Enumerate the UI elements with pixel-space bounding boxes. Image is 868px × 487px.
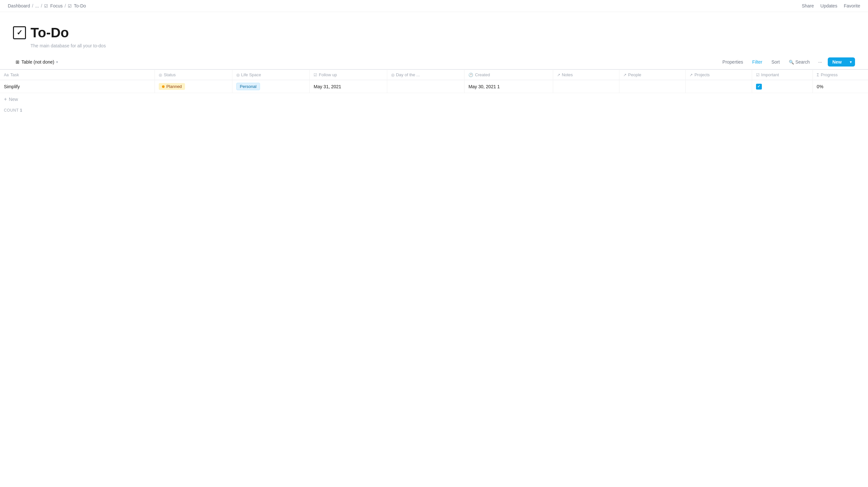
col-header-projects[interactable]: ↗ Projects bbox=[686, 70, 752, 80]
add-new-cell[interactable]: + New bbox=[0, 93, 155, 105]
important-checkbox[interactable]: ✓ bbox=[756, 84, 762, 90]
col-header-progress[interactable]: Σ Progress bbox=[813, 70, 868, 80]
followup-col-label: Follow up bbox=[319, 72, 337, 77]
breadcrumb-focus[interactable]: ☑ Focus bbox=[44, 3, 63, 8]
day-col-icon: ◎ bbox=[391, 73, 394, 77]
progress-value: 0% bbox=[817, 84, 823, 89]
lifespace-cell[interactable]: Personal bbox=[232, 80, 309, 93]
lifespace-col-icon: ◎ bbox=[236, 73, 240, 77]
count-label: COUNT bbox=[4, 108, 19, 112]
projects-col-icon: ↗ bbox=[689, 73, 693, 77]
col-header-day[interactable]: ◎ Day of the ... bbox=[387, 70, 464, 80]
important-cell[interactable]: ✓ bbox=[752, 80, 812, 93]
people-col-label: People bbox=[628, 72, 641, 77]
count-value: 1 bbox=[20, 108, 22, 112]
search-button[interactable]: 🔍 Search bbox=[786, 58, 812, 66]
breadcrumb: Dashboard / ... / ☑ Focus / ☑ To-Do Shar… bbox=[0, 0, 868, 12]
new-button[interactable]: New ▾ bbox=[828, 58, 855, 66]
created-cell[interactable]: May 30, 2021 1 bbox=[465, 80, 553, 93]
page-subtitle: The main database for all your to-dos bbox=[13, 43, 855, 48]
status-col-icon: ◎ bbox=[159, 73, 162, 77]
chevron-down-icon: ▾ bbox=[56, 60, 58, 64]
todo-table: Aa Task ◎ Status ◎ Life Space bbox=[0, 69, 868, 105]
page-title: To-Do bbox=[31, 25, 69, 40]
notes-cell[interactable] bbox=[553, 80, 619, 93]
followup-col-icon: ☑ bbox=[314, 73, 317, 77]
sep3: / bbox=[65, 3, 66, 8]
col-header-followup[interactable]: ☑ Follow up bbox=[310, 70, 387, 80]
important-col-icon: ☑ bbox=[756, 73, 760, 77]
task-col-icon: Aa bbox=[4, 73, 9, 77]
table-view-button[interactable]: ⊞ Table (not done) ▾ bbox=[13, 58, 61, 66]
status-col-label: Status bbox=[164, 72, 176, 77]
lifespace-col-label: Life Space bbox=[241, 72, 261, 77]
add-row-label: New bbox=[9, 97, 18, 102]
people-col-icon: ↗ bbox=[623, 73, 626, 77]
progress-col-icon: Σ bbox=[817, 73, 819, 77]
progress-col-label: Progress bbox=[821, 72, 838, 77]
new-button-dropdown[interactable]: ▾ bbox=[846, 58, 855, 66]
task-name: Simplify bbox=[4, 84, 20, 89]
filter-button[interactable]: Filter bbox=[749, 58, 765, 66]
created-col-label: Created bbox=[475, 72, 490, 77]
notes-col-icon: ↗ bbox=[557, 73, 560, 77]
projects-col-label: Projects bbox=[694, 72, 710, 77]
status-badge: Planned bbox=[159, 83, 185, 90]
created-date: May 30, 2021 1 bbox=[468, 84, 500, 89]
col-header-notes[interactable]: ↗ Notes bbox=[553, 70, 619, 80]
page-icon: ✓ bbox=[13, 26, 26, 39]
col-header-created[interactable]: 🕐 Created bbox=[465, 70, 553, 80]
table-header-row: Aa Task ◎ Status ◎ Life Space bbox=[0, 70, 868, 80]
breadcrumb-dashboard[interactable]: Dashboard bbox=[8, 3, 30, 8]
sep2: / bbox=[41, 3, 42, 8]
toolbar: ⊞ Table (not done) ▾ Properties Filter S… bbox=[0, 55, 868, 69]
day-col-label: Day of the ... bbox=[396, 72, 420, 77]
page-header: ✓ To-Do The main database for all your t… bbox=[0, 12, 868, 55]
checkmark-icon: ✓ bbox=[757, 84, 760, 89]
table-container: Aa Task ◎ Status ◎ Life Space bbox=[0, 69, 868, 115]
followup-cell[interactable]: May 31, 2021 bbox=[310, 80, 387, 93]
search-icon: 🔍 bbox=[789, 60, 794, 65]
col-header-lifespace[interactable]: ◎ Life Space bbox=[232, 70, 309, 80]
notes-col-label: Notes bbox=[562, 72, 573, 77]
count-row: COUNT 1 bbox=[0, 105, 868, 115]
col-header-important[interactable]: ☑ Important bbox=[752, 70, 812, 80]
people-cell[interactable] bbox=[619, 80, 686, 93]
col-header-status[interactable]: ◎ Status bbox=[155, 70, 232, 80]
sort-button[interactable]: Sort bbox=[769, 58, 782, 66]
add-row[interactable]: + New bbox=[0, 93, 868, 106]
projects-cell[interactable] bbox=[686, 80, 752, 93]
status-dot bbox=[162, 85, 164, 88]
task-col-label: Task bbox=[10, 72, 19, 77]
created-col-icon: 🕐 bbox=[468, 73, 473, 77]
new-button-label: New bbox=[828, 58, 846, 66]
more-options-button[interactable]: ··· bbox=[816, 58, 824, 66]
breadcrumb-ellipsis[interactable]: ... bbox=[35, 3, 39, 8]
col-header-people[interactable]: ↗ People bbox=[619, 70, 686, 80]
sep1: / bbox=[32, 3, 33, 8]
status-label: Planned bbox=[166, 84, 182, 89]
table-icon: ⊞ bbox=[16, 59, 20, 65]
table-row[interactable]: Simplify Planned Personal May 31, 2021 bbox=[0, 80, 868, 93]
progress-cell[interactable]: 0% bbox=[813, 80, 868, 93]
add-icon: + bbox=[4, 96, 7, 102]
status-cell[interactable]: Planned bbox=[155, 80, 232, 93]
lifespace-badge: Personal bbox=[236, 83, 260, 90]
task-cell[interactable]: Simplify bbox=[0, 80, 155, 93]
updates-button[interactable]: Updates bbox=[820, 3, 837, 8]
favorite-button[interactable]: Favorite bbox=[844, 3, 860, 8]
followup-date: May 31, 2021 bbox=[314, 84, 341, 89]
important-col-label: Important bbox=[761, 72, 779, 77]
day-cell[interactable] bbox=[387, 80, 464, 93]
properties-button[interactable]: Properties bbox=[720, 58, 746, 66]
breadcrumb-todo[interactable]: ☑ To-Do bbox=[68, 3, 86, 8]
share-button[interactable]: Share bbox=[802, 3, 814, 8]
view-label: Table (not done) bbox=[22, 59, 54, 65]
col-header-task[interactable]: Aa Task bbox=[0, 70, 155, 80]
